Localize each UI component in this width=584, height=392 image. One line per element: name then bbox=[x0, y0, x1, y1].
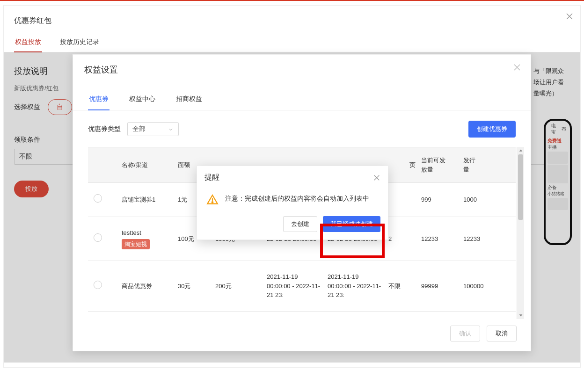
row-avail: 999 bbox=[418, 195, 460, 204]
row-time1: 2021-11-19 00:00:00 - 2022-11-21 23: bbox=[264, 272, 325, 300]
reminder-alert: 提醒 注意：完成创建后的权益内容将会自动加入列表中 去创建 我已经成功创建 bbox=[197, 166, 388, 240]
row-issued: 1000 bbox=[460, 195, 493, 204]
row-radio[interactable] bbox=[94, 194, 102, 203]
tab-merchant-rights[interactable]: 招商权益 bbox=[175, 90, 203, 110]
row-avail: 12233 bbox=[418, 234, 460, 244]
row-limit: 2 bbox=[386, 234, 418, 244]
scroll-up-icon[interactable] bbox=[517, 147, 524, 154]
tab-distribute[interactable]: 权益投放 bbox=[14, 34, 42, 52]
row-threshold: 200元 bbox=[212, 282, 264, 291]
scrollbar-thumb[interactable] bbox=[518, 154, 523, 220]
confirm-button[interactable]: 确认 bbox=[450, 326, 480, 341]
modal-tabs: 优惠券 权益中心 招商权益 bbox=[73, 90, 531, 110]
chevron-down-icon bbox=[168, 126, 174, 132]
warning-icon bbox=[206, 194, 219, 206]
row-radio[interactable] bbox=[94, 233, 102, 242]
create-coupon-button[interactable]: 创建优惠券 bbox=[468, 121, 516, 138]
col-partial: 页 bbox=[386, 160, 418, 170]
already-created-button[interactable]: 我已经成功创建 bbox=[323, 216, 380, 232]
row-time2: 2021-11-19 00:00:00 - 2022-11-21 23: bbox=[325, 272, 386, 300]
channel-tag: 淘宝短视 bbox=[122, 239, 150, 249]
row-name: testtest bbox=[122, 228, 172, 238]
scroll-down-icon[interactable] bbox=[517, 312, 524, 319]
svg-point-1 bbox=[212, 202, 213, 203]
row-issued: 100000 bbox=[460, 282, 493, 291]
tab-coupons[interactable]: 优惠券 bbox=[88, 90, 110, 110]
close-icon[interactable] bbox=[565, 12, 574, 21]
coupon-type-value: 全部 bbox=[132, 125, 146, 133]
modal-title: 权益设置 bbox=[73, 55, 531, 81]
alert-message: 注意：完成创建后的权益内容将会自动加入列表中 bbox=[225, 194, 369, 204]
outer-tabs: 权益投放 投放历史记录 bbox=[4, 34, 580, 52]
row-issued: 12233 bbox=[460, 234, 493, 244]
row-name: 商品优惠券 bbox=[122, 282, 172, 291]
dialog-title: 优惠券红包 bbox=[4, 6, 580, 34]
tab-history[interactable]: 投放历史记录 bbox=[59, 34, 100, 52]
coupon-type-label: 优惠券类型 bbox=[88, 125, 121, 133]
modal-footer: 确认 取消 bbox=[73, 319, 531, 351]
close-icon[interactable] bbox=[513, 63, 521, 72]
col-name: 名称/渠道 bbox=[119, 160, 175, 170]
row-name: 店铺宝测券1 bbox=[122, 195, 172, 204]
coupon-type-select[interactable]: 全部 bbox=[127, 122, 179, 136]
alert-title: 提醒 bbox=[204, 173, 219, 182]
table-scrollbar[interactable] bbox=[517, 147, 524, 319]
table-row: 商品优惠券 30元 200元 2021-11-19 00:00:00 - 202… bbox=[88, 261, 516, 312]
filter-row: 优惠券类型 全部 创建优惠券 bbox=[73, 110, 531, 142]
go-create-button[interactable]: 去创建 bbox=[283, 216, 317, 232]
page-top-accent bbox=[0, 0, 584, 1]
cancel-button[interactable]: 取消 bbox=[487, 326, 517, 341]
col-issued: 发行 量 bbox=[460, 156, 493, 174]
row-amount: 30元 bbox=[175, 282, 212, 291]
row-limit: 不限 bbox=[386, 282, 418, 291]
row-radio[interactable] bbox=[94, 281, 102, 289]
col-avail: 当前可发 放量 bbox=[418, 156, 460, 174]
tab-rights-center[interactable]: 权益中心 bbox=[128, 90, 156, 110]
row-avail: 99999 bbox=[418, 282, 460, 291]
close-icon[interactable] bbox=[373, 174, 380, 181]
